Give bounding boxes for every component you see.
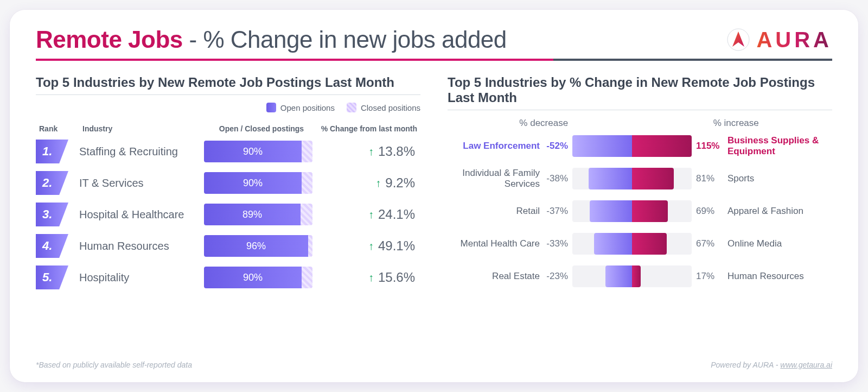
open-bar: 90%: [204, 141, 302, 162]
diverge-track: [572, 168, 692, 189]
axis-decrease: % decrease: [448, 118, 640, 129]
left-subtitle: Top 5 Industries by New Remote Job Posti…: [36, 75, 420, 95]
rank-badge: 1.: [36, 140, 68, 163]
aura-logo-icon: [727, 28, 750, 51]
page-title: Remote Jobs - % Change in new jobs added: [36, 26, 507, 53]
swatch-open-icon: [266, 103, 276, 112]
arrow-up-icon: ↑: [375, 177, 381, 189]
change-text: 15.6%: [378, 270, 415, 285]
body: Top 5 Industries by New Remote Job Posti…: [36, 75, 832, 351]
decrease-value: -23%: [540, 271, 572, 282]
increase-value: 69%: [692, 206, 724, 217]
increase-industry: Online Media: [724, 238, 832, 249]
change-value: ↑13.8%: [312, 144, 420, 159]
increase-industry: Sports: [724, 173, 832, 184]
increase-value: 115%: [692, 141, 724, 151]
left-rows: 1.Staffing & Recruiting90%↑13.8%2.IT & S…: [36, 140, 420, 289]
legend: Open positions Closed positions: [36, 103, 420, 112]
title-bold: Remote Jobs: [36, 26, 183, 53]
legend-closed: Closed positions: [347, 103, 420, 112]
diverge-track: [572, 135, 692, 157]
change-text: 9.2%: [385, 175, 415, 191]
arrow-up-icon: ↑: [368, 146, 374, 158]
diverge-row: Law Enforcement-52%115%Business Supplies…: [448, 134, 832, 158]
decrease-value: -38%: [540, 173, 572, 184]
open-bar: 90%: [204, 267, 302, 288]
decrease-bar: [589, 168, 632, 189]
diverge-track: [572, 265, 692, 287]
rank-number: 4.: [42, 239, 52, 253]
right-subtitle: Top 5 Industries by % Change in New Remo…: [448, 75, 832, 110]
left-panel: Top 5 Industries by New Remote Job Posti…: [36, 75, 420, 351]
th-postings: Open / Closed postings: [207, 124, 316, 133]
decrease-bar: [605, 265, 632, 287]
change-text: 13.8%: [378, 144, 415, 159]
increase-value: 81%: [692, 173, 724, 184]
increase-industry: Business Supplies & Equipment: [724, 135, 832, 156]
change-value: ↑49.1%: [312, 238, 420, 254]
swatch-closed-icon: [347, 103, 356, 112]
increase-bar: [632, 135, 692, 157]
powered-prefix: Powered by AURA -: [711, 361, 780, 369]
arrow-up-icon: ↑: [368, 240, 374, 252]
industry-name: Human Resources: [68, 240, 204, 252]
change-text: 24.1%: [378, 207, 415, 222]
decrease-value: -37%: [540, 206, 572, 217]
decrease-bar: [594, 233, 632, 255]
postings-bar: 89%: [204, 204, 312, 225]
change-value: ↑9.2%: [312, 175, 420, 191]
table-row: 5.Hospitality90%↑15.6%: [36, 265, 420, 289]
postings-bar: 90%: [204, 141, 312, 162]
decrease-industry: Individual & Family Services: [448, 168, 540, 189]
legend-open: Open positions: [266, 103, 335, 112]
decrease-industry: Mental Health Care: [448, 238, 540, 249]
industry-name: Staffing & Recruiting: [68, 146, 204, 158]
th-industry: Industry: [82, 124, 207, 133]
decrease-value: -33%: [540, 238, 572, 249]
table-row: 3.Hospital & Healthcare89%↑24.1%: [36, 203, 420, 226]
change-text: 49.1%: [378, 238, 415, 254]
decrease-industry: Real Estate: [448, 271, 540, 282]
decrease-bar: [572, 135, 632, 157]
rank-badge: 3.: [36, 203, 68, 226]
decrease-value: -52%: [540, 141, 572, 151]
diverge-track: [572, 200, 692, 222]
industry-name: Hospitality: [68, 271, 204, 284]
increase-industry: Human Resources: [724, 271, 832, 282]
title-divider: [36, 59, 832, 61]
change-value: ↑24.1%: [312, 207, 420, 222]
footnote: *Based on publicly available self-report…: [36, 361, 192, 369]
title-rest: - % Change in new jobs added: [183, 26, 507, 53]
increase-bar: [632, 168, 674, 189]
rank-number: 5.: [42, 270, 52, 284]
legend-closed-label: Closed positions: [361, 103, 420, 112]
diverge-track: [572, 233, 692, 255]
rank-badge: 2.: [36, 171, 68, 195]
increase-bar: [632, 265, 641, 287]
increase-bar: [632, 233, 667, 255]
increase-value: 17%: [692, 271, 724, 282]
footer: *Based on publicly available self-report…: [36, 361, 832, 369]
powered-link[interactable]: www.getaura.ai: [780, 361, 832, 369]
rank-number: 3.: [42, 207, 52, 222]
arrow-up-icon: ↑: [368, 208, 374, 221]
right-rows: Law Enforcement-52%115%Business Supplies…: [448, 134, 832, 288]
axis-labels: % decrease % increase: [448, 118, 832, 129]
header: Remote Jobs - % Change in new jobs added…: [36, 26, 832, 53]
increase-value: 67%: [692, 238, 724, 249]
brand-name: AURA: [756, 28, 832, 52]
arrow-up-icon: ↑: [368, 271, 374, 284]
rank-number: 1.: [42, 144, 52, 159]
postings-bar: 96%: [204, 235, 312, 257]
left-table-header: Rank Industry Open / Closed postings % C…: [36, 124, 420, 133]
axis-increase: % increase: [640, 118, 833, 129]
diverge-row: Mental Health Care-33%67%Online Media: [448, 232, 832, 256]
legend-open-label: Open positions: [280, 103, 335, 112]
table-row: 2.IT & Services90%↑9.2%: [36, 171, 420, 195]
rank-badge: 4.: [36, 234, 68, 258]
open-bar: 96%: [204, 235, 308, 257]
decrease-industry: Retail: [448, 206, 540, 217]
th-rank: Rank: [39, 124, 82, 133]
industry-name: Hospital & Healthcare: [68, 208, 204, 221]
open-bar: 89%: [204, 204, 301, 225]
